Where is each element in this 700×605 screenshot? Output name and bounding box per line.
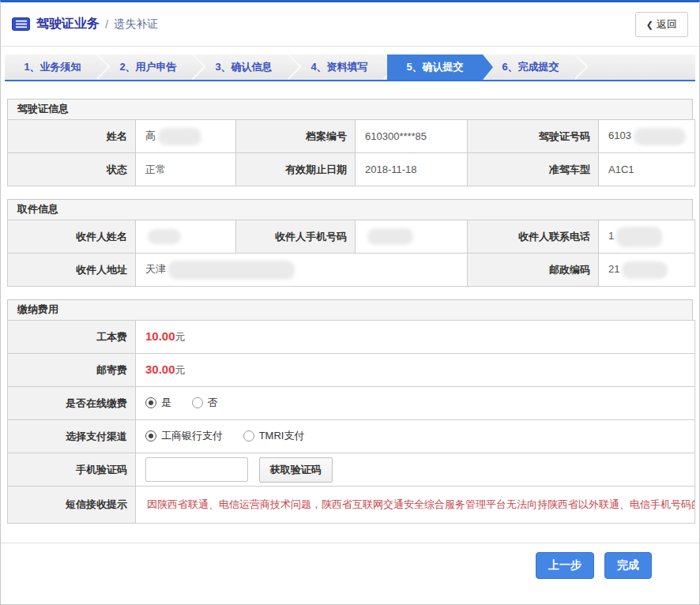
table-row: 短信接收提示 因陕西省联通、电信运营商技术问题，陕西省互联网交通安全综合服务管理…	[8, 487, 695, 524]
page-title: 驾驶证业务	[36, 16, 100, 32]
license-info-section-title: 驾驶证信息	[7, 99, 693, 119]
page-container: 驾驶证业务 / 遗失补证 ❮返回 1、业务须知 2、用户申告 3、确认信息 4、…	[0, 0, 700, 605]
license-info-table: 姓名 高 档案编号 610300****85 驾驶证号码 6103 状态 正常 …	[7, 119, 695, 186]
field-value-mail-fee: 30.00元	[136, 354, 695, 387]
table-row: 邮寄费 30.00元	[8, 354, 695, 387]
field-value-pay-channel: 工商银行支付 TMRI支付	[136, 420, 695, 453]
radio-label: 工商银行支付	[161, 429, 223, 443]
field-label-pay-channel: 选择支付渠道	[8, 420, 136, 453]
field-value-sms-code: 获取验证码	[136, 453, 695, 487]
back-button[interactable]: ❮返回	[635, 12, 688, 37]
field-value-name: 高	[136, 120, 236, 153]
field-value-file-number: 610300****85	[356, 120, 468, 153]
radio-channel-icbc[interactable]: 工商银行支付	[145, 429, 223, 443]
step-label: 4、资料填写	[310, 61, 367, 73]
field-value-recipient-address: 天津	[136, 254, 468, 287]
step-tab-3[interactable]: 3、确认信息	[196, 54, 292, 80]
table-row: 收件人姓名 收件人手机号码 收件人联系电话 1	[8, 220, 695, 254]
field-label-sms-notice: 短信接收提示	[8, 487, 136, 524]
fee-unit: 元	[175, 364, 186, 376]
pickup-info-section: 取件信息 收件人姓名 收件人手机号码 收件人联系电话 1 收件人地址 天津 邮政…	[7, 199, 693, 287]
field-value-recipient-mobile	[356, 220, 468, 254]
field-label-recipient-address: 收件人地址	[8, 254, 136, 287]
field-value-expiry-date: 2018-11-18	[356, 153, 468, 186]
fee-unit: 元	[175, 331, 186, 343]
field-label-recipient-phone: 收件人联系电话	[468, 220, 599, 254]
field-label-recipient-name: 收件人姓名	[8, 220, 136, 254]
radio-label: 是	[161, 396, 171, 410]
step-tab-2[interactable]: 2、用户申告	[100, 54, 196, 80]
get-code-button[interactable]: 获取验证码	[259, 457, 333, 483]
footer-actions: 上一步 完成	[1, 543, 699, 579]
step-tab-1[interactable]: 1、业务须知	[5, 54, 100, 80]
field-label-postal-code: 邮政编码	[468, 254, 599, 287]
step-label: 2、用户申告	[119, 61, 176, 73]
breadcrumb-current: 遗失补证	[114, 17, 158, 32]
field-label-status: 状态	[8, 153, 136, 186]
field-label-license-number: 驾驶证号码	[468, 120, 599, 153]
work-fee-amount: 10.00	[145, 329, 175, 343]
redacted-blob	[148, 229, 181, 244]
table-row: 收件人地址 天津 邮政编码 21	[8, 254, 695, 287]
breadcrumb-separator: /	[105, 17, 108, 31]
radio-unselected-icon	[192, 397, 203, 408]
radio-selected-icon	[145, 430, 156, 442]
field-value-vehicle-class: A1C1	[599, 153, 695, 186]
step-progress-bar: 1、业务须知 2、用户申告 3、确认信息 4、资料填写 5、确认提交 6、完成提…	[5, 54, 695, 81]
field-label-name: 姓名	[8, 120, 136, 153]
field-label-file-number: 档案编号	[236, 120, 356, 153]
redacted-blob	[622, 261, 668, 279]
step-label: 5、确认提交	[406, 61, 463, 73]
radio-label: TMRI支付	[259, 429, 305, 443]
pickup-info-table: 收件人姓名 收件人手机号码 收件人联系电话 1 收件人地址 天津 邮政编码 21	[7, 220, 695, 287]
chevron-left-icon: ❮	[646, 20, 653, 29]
field-value-postal-code: 21	[599, 254, 695, 287]
radio-pay-online-no[interactable]: 否	[192, 396, 218, 410]
back-button-label: 返回	[657, 18, 677, 30]
table-row: 姓名 高 档案编号 610300****85 驾驶证号码 6103	[8, 120, 695, 153]
sms-notice-text: 因陕西省联通、电信运营商技术问题，陕西省互联网交通安全综合服务管理平台无法向持陕…	[136, 487, 695, 524]
sms-code-input[interactable]	[145, 457, 248, 482]
field-value-status: 正常	[136, 153, 236, 186]
step-tab-5-active[interactable]: 5、确认提交	[387, 54, 493, 80]
field-label-sms-code: 手机验证码	[8, 453, 136, 487]
license-info-section: 驾驶证信息 姓名 高 档案编号 610300****85 驾驶证号码 6103 …	[7, 99, 693, 186]
redacted-blob	[616, 227, 662, 247]
redacted-blob	[367, 228, 413, 245]
field-value-work-fee: 10.00元	[136, 321, 695, 354]
mail-fee-amount: 30.00	[145, 363, 175, 376]
previous-step-button[interactable]: 上一步	[536, 552, 594, 579]
step-label: 3、确认信息	[215, 61, 272, 73]
redacted-blob	[158, 128, 201, 145]
radio-unselected-icon	[243, 430, 254, 442]
table-row: 是否在线缴费 是 否	[8, 387, 695, 420]
table-row: 工本费 10.00元	[8, 321, 695, 354]
radio-label: 否	[208, 396, 218, 410]
table-row: 手机验证码 获取验证码	[8, 453, 695, 487]
pickup-info-section-title: 取件信息	[7, 199, 693, 220]
payment-section: 缴纳费用 工本费 10.00元 邮寄费 30.00元 是否在线缴费 是 否 选择…	[7, 299, 693, 524]
chevron-right-icon	[563, 54, 589, 80]
radio-channel-tmri[interactable]: TMRI支付	[243, 429, 305, 443]
field-label-mail-fee: 邮寄费	[8, 354, 136, 387]
table-row: 选择支付渠道 工商银行支付 TMRI支付	[8, 420, 695, 453]
radio-pay-online-yes[interactable]: 是	[145, 396, 171, 410]
table-row: 状态 正常 有效期止日期 2018-11-18 准驾车型 A1C1	[8, 153, 695, 186]
field-label-work-fee: 工本费	[8, 321, 136, 354]
field-value-pay-online: 是 否	[136, 387, 695, 420]
step-tab-6[interactable]: 6、完成提交	[483, 54, 578, 80]
field-value-license-number: 6103	[599, 120, 695, 153]
page-header: 驾驶证业务 / 遗失补证 ❮返回	[1, 2, 699, 47]
radio-selected-icon	[145, 397, 156, 408]
finish-button[interactable]: 完成	[604, 552, 652, 579]
payment-section-title: 缴纳费用	[7, 299, 693, 320]
redacted-blob	[634, 128, 686, 145]
step-label: 6、完成提交	[502, 61, 559, 73]
redacted-blob	[168, 261, 295, 280]
field-label-expiry-date: 有效期止日期	[236, 153, 356, 186]
step-label: 1、业务须知	[24, 61, 81, 73]
field-value-recipient-name	[136, 220, 236, 254]
step-tab-4[interactable]: 4、资料填写	[292, 54, 387, 80]
payment-table: 工本费 10.00元 邮寄费 30.00元 是否在线缴费 是 否 选择支付渠道 …	[7, 320, 695, 524]
field-label-recipient-mobile: 收件人手机号码	[236, 220, 356, 254]
